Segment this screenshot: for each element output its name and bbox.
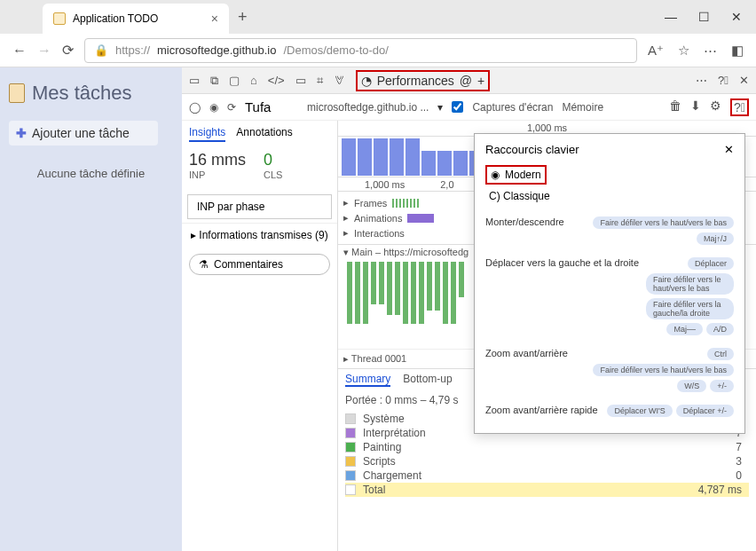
devtools-toolbar: ▭ ⧉ ▢ ⌂ </> ▭ ⌗ ⩔ ◔ Performances @ + ⋯ ?… xyxy=(182,67,756,94)
reload-record-icon[interactable]: ⟳ xyxy=(227,101,236,114)
bug-icon[interactable]: ⌗ xyxy=(317,74,323,88)
legend-label: Système xyxy=(363,413,405,425)
performance-tab[interactable]: ◔ Performances @ + xyxy=(356,70,491,91)
legend-label: Painting xyxy=(363,441,401,453)
shortcut-key: Déplacer WI'S xyxy=(607,405,672,417)
legend-swatch xyxy=(345,484,356,495)
back-button[interactable]: ← xyxy=(12,43,27,59)
legend-swatch xyxy=(345,456,356,467)
favorite-icon[interactable]: ☆ xyxy=(678,43,689,59)
legend-swatch xyxy=(345,442,356,453)
legend-value: 0 xyxy=(736,469,742,482)
legend-label: Chargement xyxy=(363,469,421,482)
shortcuts-help-icon[interactable]: ?⃝ xyxy=(730,98,749,116)
add-task-input[interactable]: ✚ Ajouter une tâche xyxy=(9,121,158,146)
screenshots-checkbox[interactable] xyxy=(452,101,463,113)
clipboard-icon xyxy=(9,83,25,103)
empty-state: Aucune tâche définie xyxy=(9,167,173,180)
insights-pane: Insights Annotations 16 mms INP 0 CLS IN… xyxy=(182,121,338,551)
close-window-icon[interactable]: ✕ xyxy=(731,10,742,24)
settings-icon[interactable]: ⚙ xyxy=(710,98,721,116)
metric-inp[interactable]: 16 mms INP xyxy=(189,151,246,180)
shortcut-section-title: Déplacer vers la gauche et la droite xyxy=(485,257,639,268)
sources-icon[interactable]: ▭ xyxy=(295,74,306,87)
shortcut-section-title: Zoom avant/arrière rapide xyxy=(485,405,598,415)
new-tab-button[interactable]: + xyxy=(238,8,248,27)
shortcut-key: W/S xyxy=(677,380,706,392)
record-icon[interactable]: ◯ xyxy=(189,101,201,114)
legend-label: Total xyxy=(363,484,385,496)
legend-row: Chargement 0 xyxy=(345,468,749,483)
plus-icon: ✚ xyxy=(16,126,27,140)
todo-title: Mes tâches xyxy=(9,82,173,105)
device-icon[interactable]: ⧉ xyxy=(210,74,218,88)
trash-icon[interactable]: 🗑 xyxy=(669,98,681,116)
sidebar-icon[interactable]: ◧ xyxy=(731,43,744,59)
more-icon[interactable]: ⋯ xyxy=(704,43,717,59)
legend-value: 7 xyxy=(736,441,742,453)
radio-modern[interactable]: ◉ Modern xyxy=(485,165,547,185)
shortcut-key: Maj↑/J xyxy=(697,232,734,245)
recording-name[interactable] xyxy=(245,99,298,114)
shortcut-key: Faire défiler vers le haut/vers le bas xyxy=(646,273,734,295)
inspect-icon[interactable]: ▭ xyxy=(189,74,200,87)
elements-icon[interactable]: </> xyxy=(268,74,285,87)
shortcuts-popup: Raccourcis clavier ✕ ◉ Modern C) Classiq… xyxy=(474,133,745,434)
legend-row: Scripts 3 xyxy=(345,454,749,468)
tab-bottomup[interactable]: Bottom-up xyxy=(403,373,452,387)
window-titlebar: Application TODO × + — ☐ ✕ xyxy=(0,0,756,34)
address-bar: ← → ⟳ 🔒 https://microsoftedge.github.io/… xyxy=(0,34,756,67)
legend-label: Interprétation xyxy=(363,427,426,439)
tab-summary[interactable]: Summary xyxy=(345,373,390,387)
legend-value: 4,787 ms xyxy=(698,484,742,496)
close-devtools-icon[interactable]: ✕ xyxy=(739,74,749,87)
shortcut-key: Maj–– xyxy=(666,323,703,335)
home-icon[interactable]: ⌂ xyxy=(250,74,257,87)
shortcut-section-title: Zoom avant/arrière xyxy=(485,348,568,358)
popup-close-icon[interactable]: ✕ xyxy=(724,143,734,156)
download-icon[interactable]: ⬇ xyxy=(690,98,701,116)
insight-network[interactable]: ▸ Informations transmises (9) xyxy=(182,223,337,247)
window-controls: — ☐ ✕ xyxy=(665,10,756,24)
legend-value: 3 xyxy=(736,455,742,468)
shortcut-key: +/- xyxy=(710,380,734,392)
radio-classic[interactable]: C) Classique xyxy=(485,188,734,204)
close-tab-icon[interactable]: × xyxy=(211,12,218,26)
legend-swatch xyxy=(345,413,356,424)
flask-icon: ⚗ xyxy=(199,258,209,271)
help-icon-top[interactable]: ?⃝ xyxy=(718,74,728,87)
legend-swatch xyxy=(345,428,356,438)
shortcut-key: A/D xyxy=(706,323,734,335)
refresh-button[interactable]: ⟳ xyxy=(62,42,74,59)
browser-tab[interactable]: Application TODO × xyxy=(43,4,229,34)
legend-swatch xyxy=(345,470,356,481)
tab-favicon xyxy=(53,12,66,25)
reader-icon[interactable]: A⁺ xyxy=(648,43,664,59)
gauge-icon: ◔ xyxy=(361,74,372,88)
insight-inp-phase[interactable]: INP par phase xyxy=(187,194,332,219)
perf-controls: ◯ ◉ ⟳ microsoftedge.github.io ... ▾ Capt… xyxy=(182,94,756,121)
plus-icon[interactable]: + xyxy=(477,74,484,88)
popup-title: Raccourcis clavier xyxy=(485,143,579,156)
url-input[interactable]: 🔒 https://microsoftedge.github.io/Demos/… xyxy=(84,38,637,63)
minimize-icon[interactable]: — xyxy=(665,10,677,24)
tab-insights[interactable]: Insights xyxy=(189,126,225,142)
legend-row: Painting 7 xyxy=(345,440,749,454)
stop-icon[interactable]: ◉ xyxy=(209,101,218,114)
shortcut-key: Faire défiler vers le haut/vers le bas xyxy=(593,216,734,229)
lock-icon: 🔒 xyxy=(94,43,108,57)
legend-label: Scripts xyxy=(363,455,396,468)
maximize-icon[interactable]: ☐ xyxy=(698,10,710,24)
radio-icon: ◉ xyxy=(491,169,500,181)
metric-cls[interactable]: 0 CLS xyxy=(264,151,282,180)
tab-annotations[interactable]: Annotations xyxy=(236,126,292,142)
throttle-dropdown[interactable]: microsoftedge.github.io ... xyxy=(307,101,429,114)
network-icon[interactable]: ⩔ xyxy=(334,74,345,87)
forward-button[interactable]: → xyxy=(37,43,51,59)
comments-button[interactable]: ⚗ Commentaires xyxy=(189,254,330,275)
shortcut-key: Ctrl xyxy=(707,348,734,360)
welcome-icon[interactable]: ▢ xyxy=(229,74,240,87)
legend-row: Total 4,787 ms xyxy=(345,483,749,497)
tab-title: Application TODO xyxy=(73,12,158,25)
overflow-icon[interactable]: ⋯ xyxy=(696,74,707,87)
